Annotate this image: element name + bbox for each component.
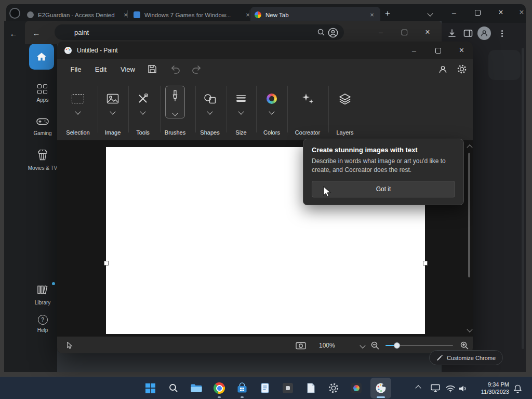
zoom-out-icon[interactable] xyxy=(370,341,380,350)
microsoft-store-button[interactable] xyxy=(232,378,252,398)
tool-cocreator[interactable]: Cocreator xyxy=(292,79,323,140)
download-icon[interactable] xyxy=(446,27,458,39)
scrollbar-thumb[interactable] xyxy=(468,153,470,277)
tab-favicon xyxy=(27,11,34,18)
volume-icon[interactable] xyxy=(457,384,469,393)
document-app-button[interactable] xyxy=(300,378,321,398)
customize-chrome-button[interactable]: Customize Chrome xyxy=(429,350,503,365)
zoom-level-dropdown[interactable]: 100% xyxy=(316,340,368,351)
settings-button[interactable] xyxy=(323,378,344,398)
tooltip-body: Describe in words what image or art you'… xyxy=(312,157,455,175)
ntp-shortcut-tile[interactable] xyxy=(488,50,521,80)
sidebar-item-gaming[interactable]: Gaming xyxy=(25,117,60,136)
zoom-slider[interactable] xyxy=(385,342,453,349)
notepad-button[interactable] xyxy=(255,378,275,398)
tool-shapes[interactable]: Shapes xyxy=(195,79,224,140)
photos-app-button[interactable] xyxy=(346,378,367,398)
back-button[interactable]: ← xyxy=(29,25,44,40)
tool-layers[interactable]: Layers xyxy=(330,79,360,140)
vertical-scrollbar[interactable] xyxy=(466,142,473,336)
zoom-slider-thumb[interactable] xyxy=(394,342,400,349)
menu-file[interactable]: File xyxy=(62,59,89,79)
menu-edit[interactable]: Edit xyxy=(87,59,114,79)
tooltip-title: Create stunning images with text xyxy=(312,146,455,154)
start-button[interactable] xyxy=(140,378,161,398)
redo-icon[interactable] xyxy=(190,63,203,75)
sidebar-item-home[interactable] xyxy=(29,44,54,70)
browser-menu-icon[interactable] xyxy=(497,27,507,39)
window-maximize-button[interactable] xyxy=(393,25,416,39)
undo-icon[interactable] xyxy=(169,63,182,75)
paint-window: Untitled - Paint – × File Edit View xyxy=(57,42,473,353)
tool-colors[interactable]: Colors xyxy=(257,79,286,140)
tab-close-icon[interactable]: × xyxy=(122,11,130,19)
taskbar-app-button[interactable] xyxy=(277,378,298,398)
layers-icon xyxy=(339,91,351,106)
browser-close-button[interactable]: × xyxy=(490,5,511,20)
sidebar-item-movies-tv[interactable]: Movies & TV xyxy=(25,150,60,171)
sidebar-item-help[interactable]: ? Help xyxy=(25,315,60,333)
paint-ribbon: File Edit View Selection xyxy=(57,59,473,140)
window-minimize-button[interactable]: – xyxy=(369,25,392,39)
got-it-button[interactable]: Got it xyxy=(312,181,455,197)
notifications-bell-icon[interactable] xyxy=(511,383,524,394)
tool-brushes-selected[interactable]: Brushes xyxy=(161,79,190,140)
canvas-resize-handle-right[interactable] xyxy=(423,261,428,265)
chevron-down-icon xyxy=(238,109,244,114)
tray-chevron-up[interactable] xyxy=(412,384,424,392)
paint-maximize-button[interactable] xyxy=(427,43,449,58)
tool-selection[interactable]: Selection xyxy=(63,79,92,140)
menu-view[interactable]: View xyxy=(113,59,142,79)
taskbar-search-button[interactable] xyxy=(163,378,184,398)
sidebar-item-label: Apps xyxy=(25,97,60,103)
tab-separator xyxy=(127,10,128,18)
running-indicator xyxy=(218,396,221,398)
address-bar[interactable]: paint xyxy=(55,24,344,40)
window-close-button[interactable]: × xyxy=(416,25,439,39)
clock-date: 11/30/2023 xyxy=(471,388,509,395)
scroll-up-icon[interactable] xyxy=(467,144,472,150)
chevron-down-icon xyxy=(172,110,178,116)
tray-display-icon[interactable] xyxy=(429,383,442,393)
ntp-scrollbar[interactable] xyxy=(522,48,524,349)
sidebar-item-apps[interactable]: Apps xyxy=(25,84,60,103)
browser-maximize-button[interactable] xyxy=(467,5,488,20)
new-tab-button[interactable]: + xyxy=(377,6,398,21)
side-panel-icon[interactable] xyxy=(462,27,474,39)
scroll-down-icon[interactable] xyxy=(467,326,472,332)
tool-size[interactable]: Size xyxy=(227,79,256,140)
file-explorer-button[interactable] xyxy=(186,378,207,398)
browser-minimize-button[interactable]: – xyxy=(444,5,464,20)
paint-app-icon xyxy=(64,46,72,55)
chrome-button[interactable] xyxy=(209,378,230,398)
account-icon[interactable] xyxy=(437,63,448,75)
search-icon[interactable] xyxy=(317,28,325,36)
paint-status-bar: 100% xyxy=(57,337,473,353)
zoom-in-icon[interactable] xyxy=(459,341,470,350)
browser-toolbar: ← paint – × xyxy=(25,21,442,44)
paint-close-button[interactable]: × xyxy=(450,43,473,58)
save-icon[interactable] xyxy=(147,63,158,75)
tab-title: Windows 7 Games for Window... xyxy=(144,12,240,18)
screenshot-icon[interactable] xyxy=(295,341,307,350)
tool-image[interactable]: Image xyxy=(98,79,127,140)
clock-time: 9:34 PM xyxy=(471,381,509,388)
settings-gear-icon[interactable] xyxy=(456,63,468,75)
profile-avatar[interactable] xyxy=(477,26,491,40)
tab-close-icon[interactable]: × xyxy=(368,11,376,19)
taskbar-clock[interactable]: 9:34 PM 11/30/2023 xyxy=(471,381,509,395)
store-back-button[interactable]: ← xyxy=(5,27,22,39)
running-indicator xyxy=(241,396,244,398)
cursor-position-icon xyxy=(65,341,74,350)
network-icon[interactable] xyxy=(445,384,456,393)
sidebar-item-library[interactable]: Library xyxy=(25,285,60,305)
tab-search-chevron-icon[interactable] xyxy=(424,9,436,18)
account-icon[interactable] xyxy=(326,26,340,39)
tool-tools[interactable]: Tools xyxy=(128,79,157,140)
canvas-resize-handle-left[interactable] xyxy=(104,261,109,265)
paint-button-active[interactable] xyxy=(370,378,391,398)
background-window-close-icon[interactable]: × xyxy=(511,5,526,20)
selection-icon xyxy=(72,91,84,106)
paint-minimize-button[interactable]: – xyxy=(403,43,425,58)
browser-logo-icon xyxy=(9,8,20,19)
